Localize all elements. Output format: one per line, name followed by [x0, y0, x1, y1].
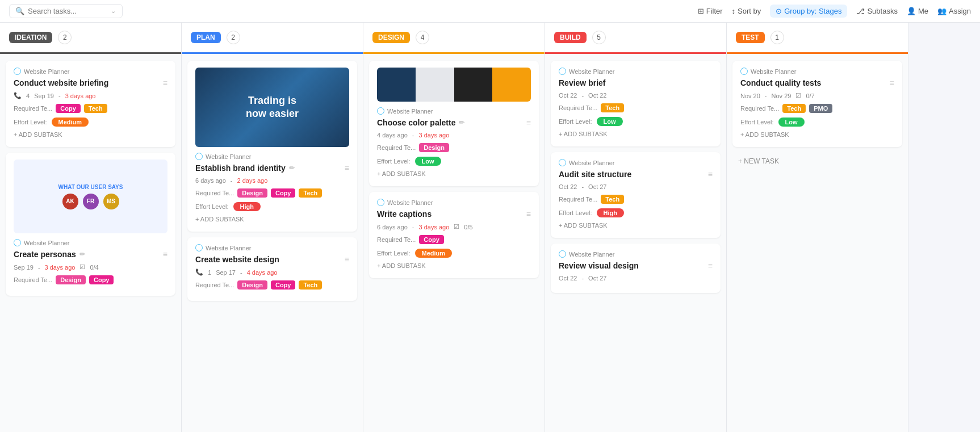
card-create-personas[interactable]: WHAT OUR USER SAYS AK FR MS Website Plan…: [6, 153, 175, 296]
card-meta: 4 days ago - 3 days ago: [377, 132, 531, 139]
topbar: 🔍 ⌄ ⊞ Filter ↕ Sort by ⊙ Group by: Stage…: [0, 0, 980, 23]
card-title: Choose color palette ✏ ≡: [377, 118, 531, 127]
card-title: Conduct quality tests ≡: [740, 78, 894, 87]
card-conduct-quality-tests[interactable]: Website Planner Conduct quality tests ≡ …: [732, 61, 902, 147]
card-review-brief[interactable]: Website Planner Review brief Oct 22 - Oc…: [551, 61, 721, 146]
card-meta: 6 days ago - 3 days ago ☑ 0/5: [377, 223, 531, 230]
tag-design: Design: [237, 280, 267, 290]
tag-design: Design: [237, 188, 267, 198]
required-row: Required Te... Copy Tech: [14, 104, 167, 113]
tag-design: Design: [419, 143, 449, 152]
card-project: Website Planner: [559, 159, 713, 166]
new-task-button[interactable]: + NEW TASK: [732, 153, 902, 170]
menu-icon: ≡: [526, 118, 531, 127]
menu-icon: ≡: [708, 261, 713, 270]
effort-row: Effort Level: High: [559, 208, 713, 217]
card-title: Audit site structure ≡: [559, 170, 713, 179]
card-create-website-design[interactable]: Website Planner Create website design ≡ …: [187, 237, 357, 301]
stage-badge-test: TEST: [736, 32, 765, 43]
palette-swatch-1: [377, 68, 416, 102]
required-row: Required Te... Design Copy Tech: [195, 188, 349, 198]
add-subtask-button[interactable]: + ADD SUBTASK: [377, 168, 531, 179]
effort-badge-medium: Medium: [415, 249, 453, 258]
test-cards: Website Planner Conduct quality tests ≡ …: [727, 54, 908, 432]
palette-swatch-2: [416, 68, 454, 102]
card-audit-site-structure[interactable]: Website Planner Audit site structure ≡ O…: [551, 152, 721, 238]
required-row: Required Te... Tech: [559, 103, 713, 112]
effort-badge-high: High: [597, 208, 624, 217]
globe-icon: [559, 159, 566, 166]
trading-text: Trading isnow easier: [246, 94, 299, 121]
sort-by-button[interactable]: ↕ Sort by: [732, 7, 761, 15]
assign-button[interactable]: 👥 Assign: [937, 7, 971, 15]
globe-icon: [195, 244, 203, 251]
effort-badge-high: High: [233, 202, 261, 211]
pencil-icon: ✏: [459, 119, 464, 127]
card-project: Website Planner: [559, 250, 713, 258]
add-subtask-button[interactable]: + ADD SUBTASK: [14, 129, 167, 140]
effort-badge-low: Low: [415, 157, 441, 166]
filter-button[interactable]: ⊞ Filter: [698, 7, 723, 15]
add-subtask-button[interactable]: + ADD SUBTASK: [559, 128, 713, 140]
card-title: Write captions ≡: [377, 209, 531, 219]
card-conduct-briefing[interactable]: Website Planner Conduct website briefing…: [6, 61, 175, 147]
effort-row: Effort Level: Low: [377, 157, 531, 166]
effort-badge-medium: Medium: [52, 118, 89, 127]
effort-row: Effort Level: High: [195, 202, 349, 211]
avatar-3: MS: [103, 194, 119, 209]
plan-cards: Trading isnow easier Website Planner Est…: [182, 54, 363, 432]
tag-copy: Copy: [271, 280, 296, 290]
group-by-button[interactable]: ⊙ Group by: Stages: [770, 5, 847, 18]
me-button[interactable]: 👤 Me: [907, 7, 928, 15]
topbar-left: 🔍 ⌄: [9, 4, 123, 18]
card-project: Website Planner: [377, 107, 531, 115]
design-count: 4: [416, 31, 429, 44]
card-project: Website Planner: [740, 68, 894, 75]
kanban-board: IDEATION 2 Website Planner Conduct websi…: [0, 23, 980, 432]
tag-tech: Tech: [601, 103, 624, 112]
build-cards: Website Planner Review brief Oct 22 - Oc…: [545, 54, 726, 432]
card-title: Review brief: [559, 78, 713, 87]
build-count: 5: [592, 31, 606, 44]
add-subtask-button[interactable]: + ADD SUBTASK: [559, 220, 713, 231]
card-project: Website Planner: [195, 153, 349, 160]
tag-tech: Tech: [601, 195, 624, 204]
card-meta: 📞 4 Sep 19 - 3 days ago: [14, 92, 167, 99]
effort-row: Effort Level: Low: [559, 117, 713, 126]
trading-image: Trading isnow easier: [195, 68, 349, 147]
card-review-visual-design[interactable]: Website Planner Review visual design ≡ O…: [551, 244, 721, 293]
chevron-down-icon: ⌄: [111, 7, 116, 15]
tag-copy: Copy: [56, 104, 81, 113]
globe-icon: [195, 153, 203, 160]
column-header-build: BUILD 5: [545, 23, 726, 54]
tag-design: Design: [56, 275, 86, 284]
stage-badge-ideation: IDEATION: [9, 32, 52, 43]
stage-badge-build: BUILD: [554, 32, 587, 43]
avatar-2: FR: [83, 194, 99, 209]
add-subtask-button[interactable]: + ADD SUBTASK: [377, 260, 531, 271]
add-subtask-button[interactable]: + ADD SUBTASK: [195, 213, 349, 225]
card-title: Review visual design ≡: [559, 261, 713, 270]
ideation-cards: Website Planner Conduct website briefing…: [0, 54, 181, 432]
card-meta: Oct 22 - Oct 27: [559, 183, 713, 190]
card-choose-color-palette[interactable]: Website Planner Choose color palette ✏ ≡…: [369, 61, 539, 186]
card-meta: Nov 20 - Nov 29 ☑ 0/7: [740, 92, 894, 99]
search-bar[interactable]: 🔍 ⌄: [9, 4, 123, 18]
search-input[interactable]: [28, 7, 107, 15]
card-project: Website Planner: [559, 68, 713, 75]
column-build: BUILD 5 Website Planner Review brief Oct…: [545, 23, 727, 432]
add-subtask-button[interactable]: + ADD SUBTASK: [740, 129, 894, 140]
filter-icon: ⊞: [698, 7, 704, 15]
effort-badge-low: Low: [778, 118, 805, 127]
menu-icon: ≡: [526, 209, 531, 219]
subtasks-button[interactable]: ⎇ Subtasks: [856, 7, 897, 15]
card-write-captions[interactable]: Website Planner Write captions ≡ 6 days …: [369, 192, 539, 278]
globe-icon: [14, 239, 21, 246]
card-project: Website Planner: [377, 199, 531, 206]
pencil-icon: ✏: [79, 250, 85, 258]
card-establish-brand[interactable]: Trading isnow easier Website Planner Est…: [187, 61, 357, 232]
card-title: Create personas ✏ ≡: [14, 250, 167, 259]
me-icon: 👤: [907, 7, 916, 15]
palette-swatch-3: [454, 68, 493, 102]
column-header-plan: PLAN 2: [182, 23, 363, 54]
